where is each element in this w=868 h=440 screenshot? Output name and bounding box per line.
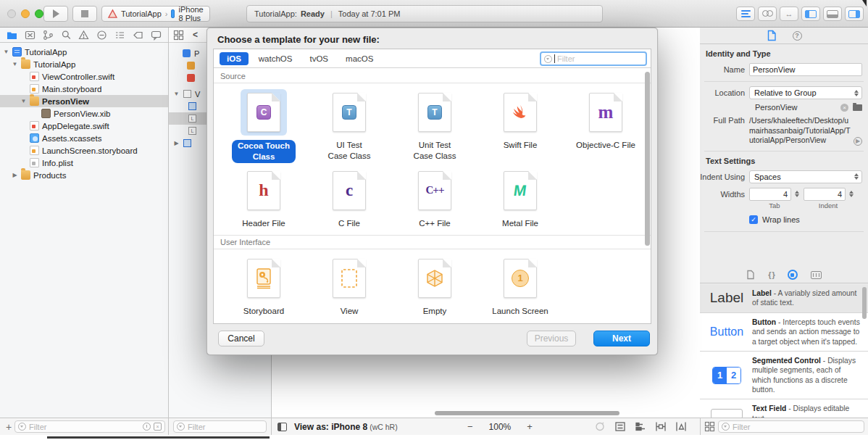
- tab-watchos[interactable]: watchOS: [251, 52, 300, 65]
- project-navigator-icon[interactable]: [7, 30, 17, 41]
- media-library-icon[interactable]: [811, 271, 822, 279]
- scheme-selector[interactable]: TutorialApp › iPhone 8 Plus: [101, 6, 210, 22]
- choose-folder-icon[interactable]: [853, 104, 862, 111]
- add-button[interactable]: +: [3, 421, 14, 433]
- run-button[interactable]: [43, 6, 68, 22]
- unsaved-files-icon[interactable]: ×: [154, 423, 162, 431]
- recent-files-icon[interactable]: [143, 423, 151, 431]
- tab-width-stepper[interactable]: [793, 191, 801, 197]
- clear-icon[interactable]: ×: [840, 104, 848, 112]
- template-filter-field[interactable]: Filter: [540, 51, 647, 66]
- horizontal-scrollbar[interactable]: [435, 411, 619, 415]
- update-frames-icon[interactable]: [594, 421, 606, 432]
- standard-editor-button[interactable]: [736, 7, 755, 21]
- align-icon[interactable]: [635, 421, 646, 432]
- close-window-icon[interactable]: [7, 9, 16, 18]
- template-list-scrollbar[interactable]: [645, 72, 650, 246]
- template-ui-test-case-class[interactable]: T UI TestCase Class: [306, 89, 392, 163]
- file-row-tutorialapp-project[interactable]: ▼TutorialApp: [0, 46, 168, 58]
- library-filter-field[interactable]: Filter: [718, 420, 864, 433]
- library-item-segmented-control[interactable]: 12 Segmented Control - Displays multiple…: [700, 352, 868, 400]
- template-cpp-file[interactable]: C++ C++ File: [392, 167, 477, 229]
- outline-grid-icon[interactable]: [173, 30, 184, 41]
- indent-using-dropdown[interactable]: Spaces: [749, 170, 862, 183]
- library-item-text-field[interactable]: Text Field - Displays editable text: [700, 399, 868, 418]
- location-dropdown[interactable]: Relative to Group: [749, 86, 862, 99]
- tab-width-field[interactable]: 4: [749, 188, 791, 201]
- test-navigator-icon[interactable]: [96, 30, 107, 41]
- tab-macos[interactable]: macOS: [338, 52, 380, 65]
- resolve-issues-icon[interactable]: [675, 421, 687, 432]
- open-path-arrow-icon[interactable]: ▶: [854, 137, 862, 146]
- file-row-tutorialapp-group[interactable]: ▼TutorialApp: [0, 58, 168, 70]
- toggle-navigator-button[interactable]: [801, 7, 820, 21]
- template-metal-file[interactable]: M Metal File: [477, 167, 563, 229]
- library-scrollbar[interactable]: [862, 287, 867, 319]
- disclosure-icon[interactable]: ▼: [3, 49, 9, 55]
- template-storyboard[interactable]: Storyboard: [221, 255, 306, 317]
- next-button[interactable]: Next: [593, 331, 650, 346]
- file-row-infoplist[interactable]: Info.plist: [0, 157, 168, 169]
- minimize-window-icon[interactable]: [21, 9, 30, 18]
- template-launch-screen[interactable]: 1 Launch Screen: [477, 255, 563, 317]
- version-editor-button[interactable]: ↔: [780, 7, 798, 21]
- navigator-filter-field[interactable]: Filter ×: [14, 420, 165, 433]
- report-navigator-icon[interactable]: [151, 30, 162, 41]
- zoom-in-button[interactable]: +: [527, 421, 533, 432]
- file-template-library-icon[interactable]: [746, 270, 755, 280]
- add-constraints-icon[interactable]: [655, 421, 667, 432]
- debug-navigator-icon[interactable]: [114, 30, 125, 41]
- indent-width-stepper[interactable]: [847, 191, 855, 197]
- file-row-personview-xib[interactable]: PersonView.xib: [0, 107, 168, 120]
- file-row-personview-group[interactable]: ▼PersonView: [0, 95, 168, 107]
- file-row-products[interactable]: ▶Products: [0, 169, 168, 181]
- view-as-label[interactable]: View as: iPhone 8(wC hR): [294, 422, 398, 432]
- object-library-icon[interactable]: [788, 270, 798, 280]
- file-row-appdelegate[interactable]: AppDelegate.swift: [0, 120, 168, 132]
- template-swift-file[interactable]: Swift File: [477, 89, 563, 163]
- symbol-navigator-icon[interactable]: [43, 30, 54, 41]
- file-row-main-storyboard[interactable]: Main.storyboard: [0, 83, 168, 95]
- quick-help-inspector-icon[interactable]: ?: [793, 31, 802, 41]
- issue-navigator-icon[interactable]: [78, 30, 89, 41]
- tab-ios[interactable]: iOS: [220, 52, 249, 65]
- previous-button[interactable]: Previous: [527, 331, 576, 346]
- source-control-navigator-icon[interactable]: [25, 30, 36, 41]
- stop-button[interactable]: [72, 6, 97, 22]
- library-item-label[interactable]: Label Label - A variably sized amount of…: [700, 284, 868, 313]
- template-empty[interactable]: Empty: [392, 255, 477, 317]
- disclosure-icon[interactable]: ▼: [12, 61, 18, 67]
- file-row-launchscreen[interactable]: LaunchScreen.storyboard: [0, 144, 168, 157]
- assistant-editor-button[interactable]: [758, 7, 777, 21]
- zoom-out-button[interactable]: −: [467, 421, 473, 432]
- toggle-inspector-button[interactable]: [845, 7, 864, 21]
- zoom-level[interactable]: 100%: [489, 422, 512, 432]
- disclosure-icon[interactable]: ▶: [12, 172, 18, 178]
- toggle-debug-area-button[interactable]: [823, 7, 842, 21]
- library-item-button[interactable]: Button Button - Intercepts touch events …: [700, 313, 868, 352]
- outline-filter-field[interactable]: Filter: [173, 420, 267, 433]
- template-header-file[interactable]: h Header File: [221, 167, 306, 229]
- toggle-outline-icon[interactable]: [277, 423, 287, 431]
- template-cocoa-touch-class[interactable]: C Cocoa TouchClass: [221, 89, 306, 163]
- file-row-viewcontroller[interactable]: ViewController.swift: [0, 70, 168, 83]
- template-unit-test-case-class[interactable]: T Unit TestCase Class: [392, 89, 477, 163]
- back-chevron-icon[interactable]: <: [193, 30, 198, 40]
- template-view[interactable]: View: [306, 255, 392, 317]
- library-grid-icon[interactable]: [704, 421, 715, 432]
- file-row-assets[interactable]: Assets.xcassets: [0, 132, 168, 144]
- search-navigator-icon[interactable]: [61, 30, 72, 41]
- embed-in-stack-icon[interactable]: [614, 421, 626, 432]
- file-inspector-icon[interactable]: [767, 30, 777, 41]
- template-c-file[interactable]: c C File: [306, 167, 392, 229]
- name-field[interactable]: PersonView: [749, 63, 862, 76]
- zoom-window-icon[interactable]: [35, 9, 43, 18]
- tab-tvos[interactable]: tvOS: [302, 52, 335, 65]
- disclosure-icon[interactable]: ▶: [173, 140, 180, 146]
- wrap-lines-checkbox[interactable]: ✓: [749, 215, 758, 224]
- code-snippet-library-icon[interactable]: { }: [768, 270, 775, 279]
- template-objective-c-file[interactable]: m Objective-C File: [563, 89, 648, 163]
- disclosure-icon[interactable]: ▼: [173, 91, 180, 97]
- breakpoint-navigator-icon[interactable]: [133, 30, 143, 41]
- indent-width-field[interactable]: 4: [804, 188, 846, 201]
